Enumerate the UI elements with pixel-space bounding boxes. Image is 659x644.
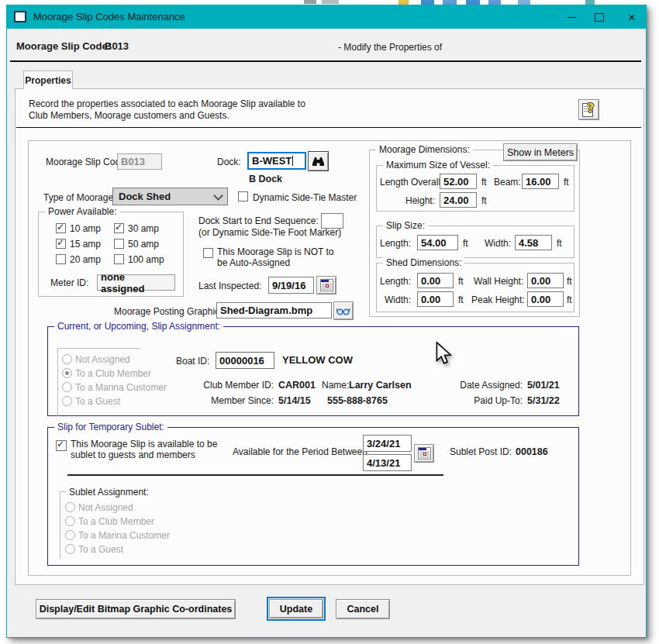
checkbox-100amp[interactable]	[114, 254, 124, 264]
posting-graphic-field[interactable]: Shed-Diagram.bmp	[216, 302, 332, 319]
radio-guest-label: To a Guest	[75, 396, 120, 407]
last-inspected-label: Last Inspected:	[198, 281, 261, 291]
sequence-input[interactable]	[321, 213, 343, 229]
peak-height-label: Peak Height:	[471, 294, 525, 305]
screen: Moorage Slip Codes Maintenance × Moorage…	[0, 0, 659, 644]
member-since-label: Member Since:	[174, 395, 274, 406]
type-of-moorage-select[interactable]: Dock Shed	[112, 188, 228, 205]
sublet-available-checkbox[interactable]	[56, 440, 67, 451]
dock-input-value: B-WEST	[252, 155, 292, 167]
dock-search-button[interactable]	[308, 151, 329, 171]
checkbox-15amp[interactable]	[56, 239, 66, 249]
bitmap-coordinates-button[interactable]: Display/Edit Bitmap Graphic Co-ordinates	[36, 599, 236, 619]
checkbox-50amp[interactable]	[114, 239, 124, 249]
sublet-radio-club-member[interactable]	[65, 516, 75, 526]
cancel-button[interactable]: Cancel	[336, 599, 390, 619]
posting-graphic-label: Moorage Posting Graphic:	[114, 306, 222, 317]
header-divider	[10, 60, 641, 62]
loa-label: Length Overall:	[380, 177, 443, 188]
meter-id-field[interactable]: none assigned	[97, 274, 175, 291]
loa-field[interactable]: 52.00	[440, 174, 477, 189]
show-in-meters-button[interactable]: Show in Meters	[503, 143, 578, 161]
slip-width-field[interactable]: 4.58	[515, 235, 552, 250]
update-button[interactable]: Update	[269, 599, 323, 618]
period-calendar-button[interactable]	[414, 444, 434, 463]
sublet-post-id-value: 000186	[516, 446, 548, 457]
slip-width-label: Width:	[485, 238, 511, 249]
tab-properties-label: Properties	[25, 75, 71, 86]
phone-value: 555-888-8765	[327, 395, 388, 406]
boat-id-field[interactable]: 00000016	[216, 352, 274, 369]
sequence-label-2: (or Dynamic Side-Tie Foot Marker)	[198, 227, 341, 238]
peak-height-value: 0.00	[531, 294, 550, 305]
shed-length-unit: ft	[458, 276, 464, 287]
label-100amp: 100 amp	[128, 254, 164, 265]
shed-dimensions-title: Shed Dimensions:	[383, 257, 464, 268]
slip-code-label: Moorage Slip Code:	[46, 157, 128, 167]
title-bar[interactable]: Moorage Slip Codes Maintenance ×	[7, 5, 646, 29]
bitmap-coordinates-label: Display/Edit Bitmap Graphic Co-ordinates	[40, 604, 233, 615]
intro-line2: Club Members, Moorage customers and Gues…	[29, 110, 229, 121]
paid-up-to-label: Paid Up-To:	[451, 395, 523, 406]
shed-width-value: 0.00	[421, 294, 440, 305]
minimize-button[interactable]	[559, 5, 584, 29]
sublet-radio-guest[interactable]	[65, 544, 75, 554]
close-icon: ×	[628, 11, 636, 24]
period-from-value: 3/24/21	[367, 438, 400, 449]
radio-club-member[interactable]	[62, 368, 72, 378]
slip-assignment-group: Current, or Upcoming, Slip Assignment: N…	[47, 326, 579, 416]
beam-field[interactable]: 16.00	[522, 174, 559, 189]
period-to-field[interactable]: 4/13/21	[363, 454, 412, 471]
window-icon	[14, 11, 26, 22]
eyeglasses-icon	[336, 306, 350, 315]
last-inspected-field[interactable]: 9/19/16	[268, 277, 314, 294]
slip-length-value: 54.00	[421, 237, 447, 249]
radio-marina-customer[interactable]	[62, 382, 72, 392]
meter-id-label: Meter ID:	[50, 277, 88, 288]
type-of-moorage-label: Type of Moorage:	[43, 192, 116, 203]
posting-graphic-browse-button[interactable]	[333, 301, 354, 320]
shed-length-field[interactable]: 0.00	[417, 273, 454, 288]
last-inspected-calendar-button[interactable]	[316, 276, 336, 294]
height-field[interactable]: 24.00	[440, 192, 477, 208]
period-from-field[interactable]: 3/24/21	[363, 435, 412, 452]
close-button[interactable]: ×	[619, 5, 644, 29]
help-button[interactable]: ?	[578, 99, 599, 120]
window-title: Moorage Slip Codes Maintenance	[33, 11, 185, 22]
checkbox-20amp[interactable]	[56, 254, 66, 264]
radio-guest[interactable]	[62, 396, 72, 406]
slip-width-value: 4.58	[519, 237, 538, 249]
radio-not-assigned[interactable]	[62, 354, 72, 364]
peak-height-field[interactable]: 0.00	[527, 291, 564, 307]
label-20amp: 20 amp	[70, 254, 101, 265]
slip-code-value: B013	[121, 156, 145, 167]
shed-width-field[interactable]: 0.00	[417, 291, 454, 307]
height-unit: ft	[481, 195, 487, 206]
maximize-icon	[595, 13, 604, 22]
boat-id-value: 00000016	[219, 355, 264, 367]
club-member-id-label: Club Member ID:	[174, 380, 274, 391]
help-icon: ?	[582, 102, 595, 117]
sublet-radio-not-assigned[interactable]	[65, 502, 75, 512]
wall-height-field[interactable]: 0.00	[527, 273, 564, 288]
shed-length-label: Length:	[380, 276, 411, 287]
member-since-value: 5/14/15	[278, 395, 311, 406]
moorage-dimensions-title: Moorage Dimensions:	[376, 144, 473, 155]
shed-width-label: Width:	[385, 294, 411, 305]
maximize-button[interactable]	[587, 5, 612, 29]
club-member-id-value: CAR001	[278, 380, 316, 391]
power-available-group: Power Available: 10 amp 30 amp 15 amp 50…	[38, 212, 184, 297]
not-auto-assigned-checkbox[interactable]	[203, 248, 213, 258]
checkbox-30amp[interactable]	[114, 223, 124, 233]
sublet-radio-marina-customer[interactable]	[65, 530, 75, 540]
slip-length-field[interactable]: 54.00	[417, 235, 458, 250]
slip-width-unit: ft	[557, 238, 562, 249]
checkbox-10amp[interactable]	[56, 223, 66, 233]
dock-input[interactable]: B-WEST	[247, 152, 306, 170]
tab-properties[interactable]: Properties	[23, 71, 73, 89]
radio-club-member-label: To a Club Member	[75, 368, 151, 379]
temporary-sublet-group: Slip for Temporary Sublet: This Moorage …	[47, 427, 579, 566]
dynamic-side-tie-checkbox[interactable]	[238, 191, 248, 201]
slip-size-title: Slip Size:	[383, 220, 428, 231]
wall-height-unit: ft	[567, 276, 572, 287]
